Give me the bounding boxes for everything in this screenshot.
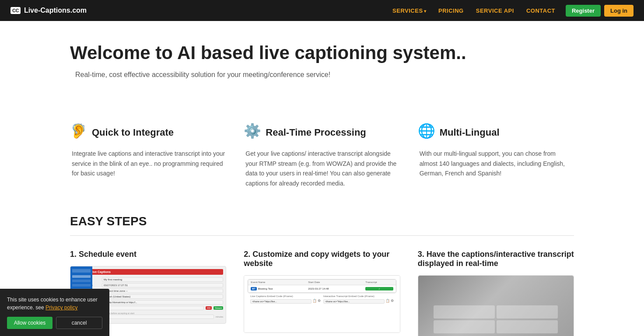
step-3: 3. Have the captions/interactive transcr… <box>418 250 574 336</box>
feature-integrate-title: Quick to Integrate <box>92 127 174 138</box>
cookie-banner: This site uses cookies to enhance user e… <box>0 289 109 336</box>
mock-schedule-header: Schedule Live Captions <box>74 269 223 275</box>
logo[interactable]: CC Live-Captions.com <box>10 7 87 14</box>
easy-steps-title: EASY STEPS <box>70 214 574 228</box>
globe-icon: 🌐 <box>418 122 435 139</box>
nav-cta: Register Log in <box>566 5 634 17</box>
steps-grid: 1. Schedule event Schedule Live Captions… <box>70 250 574 336</box>
feature-multilingual-desc: With our multi-lingual support, you can … <box>420 149 574 178</box>
feature-realtime-desc: Get your live captions/ interactive tran… <box>245 149 400 188</box>
feature-integrate: 🦻 Quick to Integrate Integrate live capt… <box>70 122 226 188</box>
feature-multilingual: 🌐 Multi-Lingual With our multi-lingual s… <box>418 122 574 188</box>
step-3-title: 3. Have the captions/interactive transcr… <box>418 250 574 268</box>
chevron-down-icon: ▾ <box>424 9 427 14</box>
table-row: MT Meeting Test 2023-03-27 14:48 ✓ <box>248 285 396 293</box>
step-3-image: ▶ 0:00:15 0:00:02 - 0:00:04 This is demo… <box>418 275 574 336</box>
features-section: 🦻 Quick to Integrate Integrate live capt… <box>0 105 644 214</box>
privacy-policy-link[interactable]: Privacy policy <box>46 304 77 311</box>
nav-links: SERVICES▾ PRICING SERVICE API CONTACT <box>392 7 555 14</box>
processing-icon: ⚙️ <box>244 122 261 139</box>
step-1-title: 1. Schedule event <box>70 250 226 259</box>
feature-multilingual-title: Multi-Lingual <box>440 127 500 138</box>
feature-realtime: ⚙️ Real-Time Processing Get your live ca… <box>244 122 400 188</box>
hearing-icon: 🦻 <box>70 122 88 139</box>
mock-embed-row: Live Captions Embed Code (iFrame) <ifram… <box>248 293 396 305</box>
steps-divider <box>70 235 574 236</box>
cancel-cookies-button[interactable]: cancel <box>56 317 102 329</box>
cookie-buttons: Allow cookies cancel <box>7 317 102 329</box>
logo-text: Live-Captions.com <box>24 7 87 14</box>
nav-service-api[interactable]: SERVICE API <box>476 7 514 14</box>
step-2-image: Event Name Start Date Transcript MT Meet… <box>244 275 400 333</box>
feature-realtime-title: Real-Time Processing <box>266 127 366 138</box>
feature-integrate-desc: Integrate live captions and interactive … <box>72 149 226 178</box>
settings-icon[interactable]: ⚙ <box>318 299 321 303</box>
login-button[interactable]: Log in <box>604 5 634 17</box>
copy-icon[interactable]: 📋 <box>385 299 390 303</box>
nav-contact[interactable]: CONTACT <box>526 7 555 14</box>
mock-form-row: Event start Date 03/27/2023 17:27:51 <box>74 283 223 287</box>
allow-cookies-button[interactable]: Allow cookies <box>7 317 52 329</box>
nav-services[interactable]: SERVICES▾ <box>392 7 426 14</box>
register-button[interactable]: Register <box>566 5 601 17</box>
settings-icon[interactable]: ⚙ <box>391 299 394 303</box>
step-2-title: 2. Customize and copy widgets to your we… <box>244 250 400 268</box>
navbar: CC Live-Captions.com SERVICES▾ PRICING S… <box>0 0 644 21</box>
nav-pricing[interactable]: PRICING <box>438 7 464 14</box>
cookie-text: This site uses cookies to enhance user e… <box>7 296 102 312</box>
mock-widget-table: Event Name Start Date Transcript MT Meet… <box>248 279 396 293</box>
mock-form-row: Event Name My first meeting <box>74 277 223 282</box>
copy-icon[interactable]: 📋 <box>312 299 317 303</box>
hero-subtitle: Real-time, cost effective accessibility … <box>75 71 574 79</box>
mock-video: ▶ 0:00:15 <box>418 276 574 336</box>
step-2: 2. Customize and copy widgets to your we… <box>244 250 400 336</box>
logo-badge: CC <box>10 7 21 14</box>
hero-title: Welcome to AI based live captioning syst… <box>70 42 574 64</box>
